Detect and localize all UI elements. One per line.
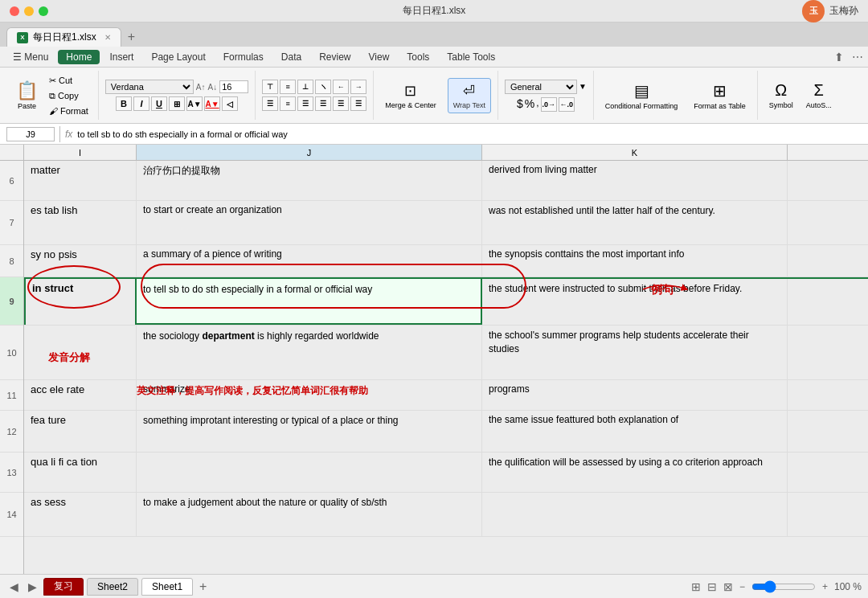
view-page-icon[interactable]: ⊟ (707, 580, 717, 593)
nav-insert[interactable]: Insert (101, 50, 141, 64)
sheet-tab-sheet2[interactable]: Sheet2 (87, 578, 138, 596)
cell-i11[interactable]: acc ele rate (24, 380, 137, 410)
nav-review[interactable]: Review (311, 50, 358, 64)
nav-page-layout[interactable]: Page Layout (143, 50, 213, 64)
nav-home[interactable]: Home (58, 50, 100, 64)
clear-button[interactable]: ◁ (222, 96, 238, 111)
cell-i8[interactable]: sy no psis (24, 245, 137, 276)
cell-j9[interactable]: to tell sb to do sth especially in a for… (137, 279, 482, 325)
cell-i12[interactable]: fea ture (24, 411, 137, 452)
minimize-button[interactable] (24, 6, 34, 16)
share-icon[interactable]: ⬆ (834, 51, 844, 63)
col-header-k[interactable]: K (482, 145, 788, 160)
tab-file[interactable]: X 每日日程1.xlsx ✕ (6, 27, 121, 47)
fill-color-button[interactable]: A▼ (186, 96, 203, 111)
cell-i9[interactable]: in struct (24, 279, 137, 325)
cell-k7[interactable]: was not established until the latter hal… (482, 201, 788, 244)
sheet-tab-fuxi[interactable]: 复习 (43, 578, 84, 596)
cell-j10[interactable]: the sociology department is highly regar… (137, 326, 482, 379)
align-extra-button[interactable]: ☰ (333, 96, 349, 111)
zoom-out-icon[interactable]: − (739, 581, 745, 592)
align-bottom-button[interactable]: ⊥ (297, 80, 313, 94)
align-left-button[interactable]: ☰ (262, 96, 278, 111)
wrap-angle-button[interactable]: ⟍ (315, 80, 331, 94)
view-layout-icon[interactable]: ⊠ (723, 580, 733, 593)
cell-j13[interactable] (137, 453, 482, 492)
cell-j8[interactable]: a summary of a pience of writing (137, 245, 482, 276)
indent-increase-button[interactable]: → (350, 80, 366, 94)
number-dropdown-icon[interactable]: ▼ (579, 82, 587, 91)
border-button[interactable]: ⊞ (169, 96, 185, 111)
cell-k11[interactable]: programs (482, 380, 788, 410)
align-center-button[interactable]: ≡ (280, 96, 296, 111)
merge-center-button[interactable]: ⊡ Merge & Center (380, 80, 441, 111)
increase-decimal-button[interactable]: .0→ (541, 97, 557, 112)
more-icon[interactable]: ⋯ (852, 51, 863, 63)
font-color-button[interactable]: A▼ (204, 96, 220, 111)
zoom-slider[interactable] (751, 580, 816, 593)
conditional-formatting-button[interactable]: ▤ Conditional Formatting (600, 80, 683, 112)
cell-i14[interactable]: as sess (24, 493, 137, 536)
view-normal-icon[interactable]: ⊞ (691, 580, 701, 593)
nav-data[interactable]: Data (273, 50, 309, 64)
indent-decrease-button[interactable]: ← (333, 80, 349, 94)
cell-k13[interactable]: the qulification will be assessed by usi… (482, 453, 788, 492)
nav-view[interactable]: View (361, 50, 398, 64)
cell-j14[interactable]: to make a judgement about the nature or … (137, 493, 482, 536)
number-format-select[interactable]: General (505, 80, 577, 94)
sheet-nav-right[interactable]: ▶ (25, 579, 40, 595)
justify-button[interactable]: ☰ (315, 96, 331, 111)
align-middle-button[interactable]: ≡ (280, 80, 296, 94)
cell-k9[interactable]: the student were instructed to submit th… (482, 279, 788, 325)
formula-input[interactable] (77, 129, 862, 139)
zoom-in-icon[interactable]: + (822, 581, 828, 592)
increase-font-icon[interactable]: A↑ (196, 83, 206, 92)
copy-button[interactable]: ⧉ Copy (46, 89, 92, 103)
font-family-select[interactable]: Verdana (105, 80, 194, 94)
cell-k10[interactable]: the school's summer programs help studen… (482, 326, 788, 379)
wrap-text-button[interactable]: ⏎ Wrap Text (448, 78, 491, 113)
currency-icon[interactable]: $ (517, 97, 523, 112)
new-tab-button[interactable]: + (123, 27, 140, 47)
sheet-nav-left[interactable]: ◀ (6, 579, 22, 595)
symbol-button[interactable]: Ω Symbol (764, 80, 798, 111)
cell-i13[interactable]: qua li fi ca tion (24, 453, 137, 492)
maximize-button[interactable] (39, 6, 48, 16)
align-extra2-button[interactable]: ☰ (350, 96, 366, 111)
format-button[interactable]: 🖌 Format (46, 104, 92, 117)
cell-j11[interactable]: summarize (137, 380, 482, 410)
italic-button[interactable]: I (133, 96, 149, 111)
underline-button[interactable]: U (151, 96, 167, 111)
nav-formulas[interactable]: Formulas (215, 50, 272, 64)
decrease-decimal-button[interactable]: ←.0 (559, 97, 575, 112)
col-header-i[interactable]: I (24, 145, 137, 160)
align-top-button[interactable]: ⊤ (262, 80, 278, 94)
nav-table-tools[interactable]: Table Tools (439, 50, 503, 64)
col-header-j[interactable]: J (137, 145, 482, 160)
cell-k12[interactable]: the same issue feattured both explanatio… (482, 411, 788, 452)
percent-icon[interactable]: % (525, 97, 534, 112)
format-as-table-button[interactable]: ⊞ Format as Table (689, 80, 750, 112)
cell-k14[interactable] (482, 493, 788, 536)
cell-reference-input[interactable] (6, 127, 55, 141)
close-button[interactable] (10, 6, 19, 16)
comma-icon[interactable]: , (536, 97, 538, 112)
cell-i6[interactable]: matter (24, 161, 137, 200)
cell-i10[interactable] (24, 326, 137, 379)
add-sheet-button[interactable]: + (196, 578, 210, 596)
nav-tools[interactable]: Tools (399, 50, 437, 64)
tab-close-icon[interactable]: ✕ (104, 33, 111, 42)
nav-menu[interactable]: ☰ Menu (5, 50, 56, 64)
sheet-tab-sheet1[interactable]: Sheet1 (141, 578, 193, 596)
paste-button[interactable]: 📋 Paste (11, 79, 43, 112)
cell-j7[interactable]: to start or create an organization (137, 201, 482, 244)
cell-i7[interactable]: es tab lish (24, 201, 137, 244)
cell-k8[interactable]: the synopsis conttains the most importan… (482, 245, 788, 276)
align-right-button[interactable]: ☰ (297, 96, 313, 111)
cut-button[interactable]: ✂ Cut (46, 74, 92, 88)
autosum-button[interactable]: Σ AutoS... (801, 80, 837, 111)
bold-button[interactable]: B (116, 96, 132, 111)
font-size-input[interactable] (219, 80, 248, 93)
cell-j12[interactable]: something improtant interesting or typic… (137, 411, 482, 452)
decrease-font-icon[interactable]: A↓ (208, 83, 218, 92)
